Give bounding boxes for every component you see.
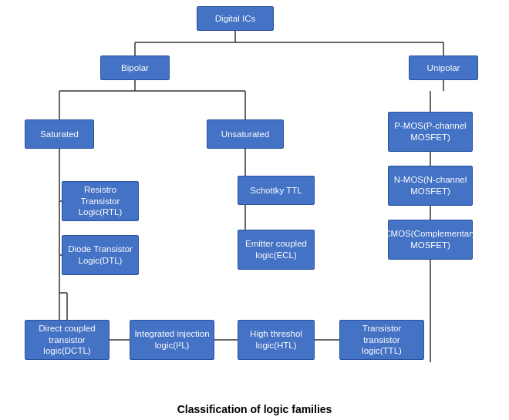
box-pmos: P-MOS(P-channel MOSFET) bbox=[388, 112, 473, 152]
diagram-caption: Classification of logic families bbox=[177, 397, 332, 420]
box-saturated: Saturated bbox=[25, 119, 94, 149]
box-nmos: N-MOS(N-channel MOSFET) bbox=[388, 166, 473, 206]
box-unsaturated: Unsaturated bbox=[207, 119, 284, 149]
chart-area: Digital ICs Bipolar Unipolar Saturated U… bbox=[0, 0, 509, 397]
box-htl: High threshol logic(HTL) bbox=[238, 320, 315, 360]
box-dctl: Direct coupled transistor logic(DCTL) bbox=[25, 320, 110, 360]
box-cmos: CMOS(Complementary MOSFET) bbox=[388, 220, 473, 260]
box-unipolar: Unipolar bbox=[409, 55, 478, 80]
box-bipolar: Bipolar bbox=[100, 55, 170, 80]
box-schottky: Schottky TTL bbox=[238, 176, 315, 205]
box-dtl: Diode Transistor Logic(DTL) bbox=[62, 235, 139, 275]
box-digital-ics: Digital ICs bbox=[197, 6, 274, 31]
box-rtl: Resistro Transistor Logic(RTL) bbox=[62, 181, 139, 221]
box-ttl: Transistor transistor logic(TTL) bbox=[339, 320, 424, 360]
diagram-container: Digital ICs Bipolar Unipolar Saturated U… bbox=[0, 0, 509, 420]
box-ecl: Emitter coupled logic(ECL) bbox=[238, 230, 315, 270]
box-iil: Integrated injection logic(I²L) bbox=[130, 320, 214, 360]
